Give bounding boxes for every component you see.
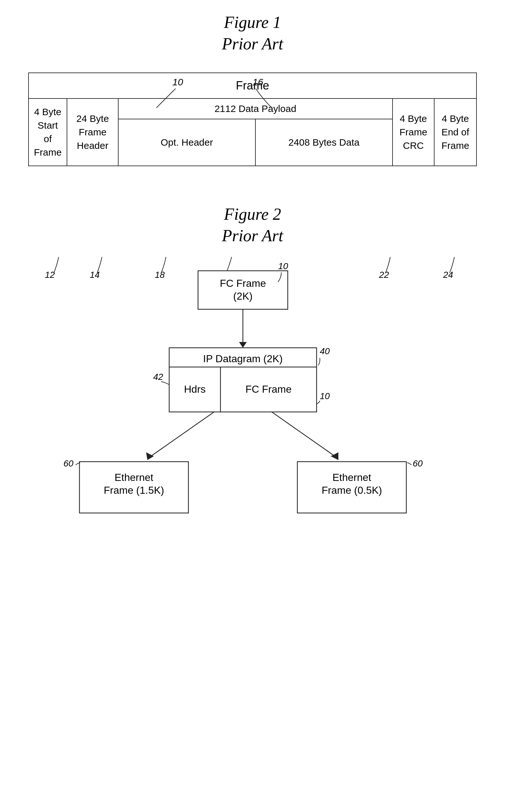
fig1-payload-title: 2112 Data Payload: [119, 99, 392, 119]
figure1-title: Figure 1: [19, 13, 486, 32]
figure2-subtitle: Prior Art: [19, 226, 486, 245]
fig1-cell-crc: 4 Byte Frame CRC: [393, 99, 435, 165]
ref10-fig2: 10: [278, 261, 288, 271]
fc-frame-box: [198, 271, 288, 309]
fig1-data: 2408 Bytes Data: [256, 119, 392, 165]
ref40-label: 40: [320, 346, 330, 356]
figure2-title: Figure 2: [19, 205, 486, 224]
fig1-cell-header: 24 Byte Frame Header: [67, 99, 119, 165]
eth-frame2-text1: Ethernet: [333, 472, 371, 483]
arrow2-head: [146, 452, 154, 460]
hdrs-text: Hdrs: [184, 383, 206, 395]
fig1-payload-inner: 2112 Data Payload Opt. Header 2408 Bytes…: [119, 99, 393, 165]
fc-frame-inner-text: FC Frame: [245, 383, 292, 395]
page: Figure 1 Prior Art 10 16 12 14 18 20 2: [0, 0, 505, 566]
eth-frame1-text1: Ethernet: [115, 472, 154, 483]
eth-frame1-text2: Frame (1.5K): [104, 484, 164, 496]
fc-frame-text1: FC Frame: [220, 277, 266, 289]
fig1-cell-sof: 4 Byte Start of Frame: [29, 99, 67, 165]
fig1-frame-outer: Frame 4 Byte Start of Frame 24 Byte Fram…: [28, 73, 477, 166]
ref10-inner-label: 10: [320, 391, 330, 401]
figure1-subtitle: Prior Art: [19, 34, 486, 53]
arrow2-line: [150, 412, 214, 457]
ref60-left-label: 60: [63, 458, 74, 468]
fig1-cell-eof: 4 Byte End of Frame: [435, 99, 476, 165]
arrow3-head: [331, 452, 338, 460]
ref60-right-label: 60: [413, 458, 423, 468]
arrow3-line: [272, 412, 336, 457]
fig2-svg: FC Frame (2K) 10 IP Datagram (2K) Hdrs F…: [28, 264, 477, 553]
fig1-frame-title: Frame: [29, 73, 476, 99]
figure2-section: Figure 2 Prior Art FC Frame (2K) 10 IP D…: [19, 205, 486, 553]
fig1-payload-sub: Opt. Header 2408 Bytes Data: [119, 119, 392, 165]
figure1-diagram: 10 16 12 14 18 20 22 24: [28, 73, 477, 166]
arrow1-head: [239, 342, 247, 348]
fig1-cells-row: 4 Byte Start of Frame 24 Byte Frame Head…: [29, 99, 476, 165]
ip-datagram-title: IP Datagram (2K): [203, 353, 283, 364]
fig1-opt-header: Opt. Header: [119, 119, 256, 165]
fc-frame-text2: (2K): [233, 291, 252, 302]
eth-frame2-text2: Frame (0.5K): [322, 484, 382, 496]
ref42-label: 42: [153, 372, 163, 382]
